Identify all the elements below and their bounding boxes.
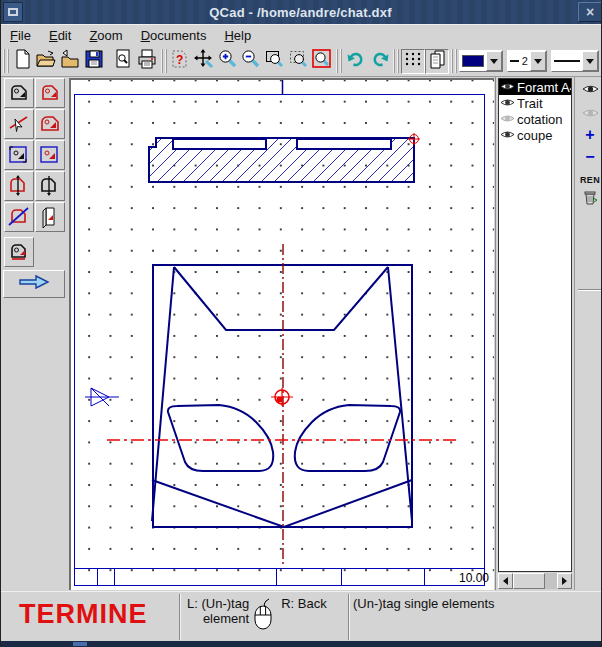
- tool-untag-range-button[interactable]: [35, 171, 65, 201]
- chevron-down-icon: [586, 59, 594, 64]
- close-file-button[interactable]: [58, 49, 82, 74]
- titlebar[interactable]: QCad - /home/andre/chat.dxf ×: [1, 0, 602, 24]
- color-dropdown-arrow[interactable]: [486, 51, 502, 71]
- tool-untag-all-button[interactable]: [4, 202, 34, 232]
- eye-icon[interactable]: [500, 80, 515, 95]
- window-frame-bottom: [1, 641, 602, 647]
- open-button[interactable]: [35, 49, 59, 74]
- linetype-sample: [554, 60, 580, 62]
- triangle-right-icon: [562, 577, 567, 585]
- scroll-right-button[interactable]: [557, 573, 572, 589]
- layer-row[interactable]: coupe: [499, 127, 571, 143]
- menu-help[interactable]: Help: [215, 26, 260, 45]
- divider: [179, 594, 181, 640]
- section-view: [149, 133, 420, 182]
- close-button[interactable]: ×: [578, 2, 602, 22]
- toolbar-handle[interactable]: [393, 49, 399, 73]
- origin-marker: [271, 388, 293, 406]
- eye-icon[interactable]: [500, 128, 515, 143]
- rename-layer-button[interactable]: REN: [577, 170, 602, 190]
- undo-button[interactable]: [344, 49, 368, 74]
- drawing: [69, 78, 494, 590]
- svg-text:?: ?: [176, 53, 183, 67]
- toolbar-handle[interactable]: [336, 49, 342, 73]
- scroll-left-button[interactable]: [498, 573, 513, 589]
- layer-row[interactable]: cotation: [499, 111, 571, 127]
- tool-pick-element-button[interactable]: [4, 109, 34, 139]
- resize-notch: [73, 642, 87, 646]
- remove-layer-button[interactable]: −: [577, 147, 602, 167]
- menu-file[interactable]: File: [1, 26, 40, 45]
- new-button[interactable]: [11, 49, 35, 74]
- toolbar-handle[interactable]: [161, 49, 167, 73]
- linewidth-dropdown-arrow[interactable]: [530, 51, 546, 71]
- tool-tag-double-button[interactable]: [4, 237, 34, 267]
- drawing-canvas[interactable]: 10.00: [69, 78, 494, 590]
- zoom-previous-button[interactable]: [311, 49, 335, 74]
- triangle-left-icon: [503, 577, 508, 585]
- zoom-in-icon: [217, 48, 239, 74]
- chevron-down-icon: [490, 59, 498, 64]
- new-file-icon: [12, 48, 34, 74]
- status-message: (Un-)tag single elements: [353, 596, 495, 611]
- linewidth-combobox[interactable]: 2: [507, 50, 547, 72]
- menu-edit[interactable]: Edit: [40, 26, 80, 45]
- selection-toolbar: [1, 77, 68, 590]
- tool-tag-contour-button[interactable]: [35, 109, 65, 139]
- zoom-auto-button[interactable]: [287, 49, 311, 74]
- pan-button[interactable]: [192, 49, 216, 74]
- mouse-hints: L: (Un-)tag element R: Back: [187, 596, 347, 636]
- show-layer-button[interactable]: [577, 79, 602, 99]
- zoom-window-button[interactable]: [263, 49, 287, 74]
- tool-tag-layer-button[interactable]: [35, 202, 65, 232]
- zoom-in-button[interactable]: [216, 49, 240, 74]
- statusbar: TERMINE L: (Un-)tag element R: Back (Un-…: [1, 591, 602, 641]
- window-menu-icon[interactable]: [3, 2, 23, 22]
- eye-closed-icon[interactable]: [500, 112, 515, 127]
- layer-row[interactable]: Foramt A4: [499, 79, 571, 95]
- continue-arrow-icon: [16, 273, 52, 295]
- grid-toggle-button[interactable]: [401, 49, 425, 74]
- layer-row[interactable]: Trait: [499, 95, 571, 111]
- toolbar-handle[interactable]: [3, 49, 9, 73]
- tool-tag-range-button[interactable]: [4, 171, 34, 201]
- color-combobox[interactable]: [459, 50, 503, 72]
- menu-documents[interactable]: Documents: [132, 26, 216, 45]
- tool-tag-element-button[interactable]: [4, 78, 34, 108]
- hide-layer-button[interactable]: [577, 103, 602, 123]
- zoom-out-button[interactable]: [240, 49, 264, 74]
- redo-button[interactable]: [368, 49, 392, 74]
- chevron-down-icon: [534, 59, 542, 64]
- print-preview-button[interactable]: [111, 49, 135, 74]
- toolbar-handle[interactable]: [451, 49, 457, 73]
- print-preview-icon: [112, 48, 134, 74]
- layer-list-toggle-button[interactable]: [425, 49, 449, 74]
- toolbar: ? 2: [1, 46, 602, 77]
- continue-button[interactable]: [3, 270, 65, 298]
- tool-tag-window-button[interactable]: [4, 140, 34, 170]
- datum-symbol: [85, 388, 119, 406]
- grid-icon: [403, 49, 423, 73]
- menu-zoom[interactable]: Zoom: [80, 26, 131, 45]
- add-layer-button[interactable]: +: [577, 125, 602, 145]
- linetype-combobox[interactable]: [551, 50, 599, 72]
- tool-tag-element-alt-button[interactable]: [35, 78, 65, 108]
- delete-layer-button[interactable]: [577, 189, 602, 209]
- eye-icon[interactable]: [500, 96, 515, 111]
- scroll-thumb[interactable]: [513, 573, 545, 589]
- printer-icon: [136, 48, 158, 74]
- open-folder-icon: [35, 48, 57, 74]
- menubar: File Edit Zoom Documents Help: [1, 24, 602, 46]
- qcad-window: { "window": { "title": "QCad - /home/and…: [0, 0, 602, 647]
- window-title: QCad - /home/andre/chat.dxf: [23, 5, 578, 20]
- print-button[interactable]: [135, 49, 159, 74]
- redraw-button[interactable]: ?: [169, 49, 193, 74]
- layer-list[interactable]: Foramt A4 Trait cotation coupe: [498, 78, 572, 572]
- linetype-dropdown-arrow[interactable]: [582, 51, 598, 71]
- layer-list-hscrollbar[interactable]: [498, 573, 572, 589]
- zoom-window-icon: [264, 48, 286, 74]
- tool-untag-window-button[interactable]: [35, 140, 65, 170]
- save-button[interactable]: [82, 49, 106, 74]
- grid-spacing-label: 10.00: [459, 571, 489, 585]
- right-eye: [295, 405, 400, 471]
